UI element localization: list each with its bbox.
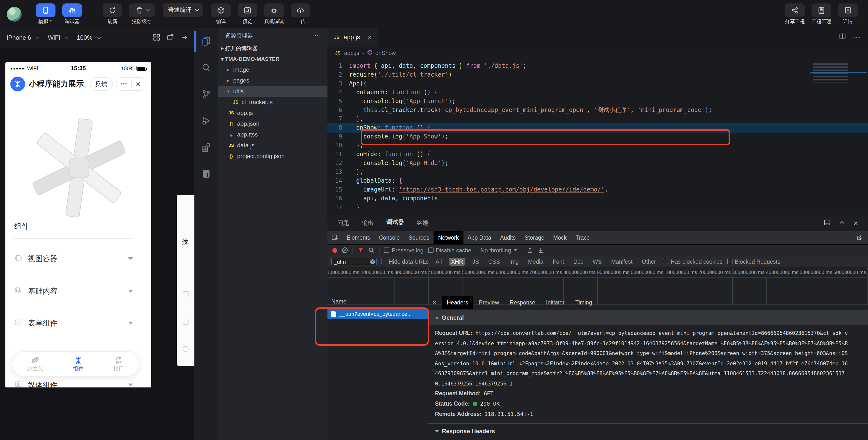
filter-type-css[interactable]: CSS (486, 258, 502, 265)
blocked-requests-checkbox[interactable]: Blocked Requests (727, 259, 780, 264)
general-section-header[interactable]: General (428, 310, 868, 325)
tree-file-project-config[interactable]: {} project.config.json (218, 151, 328, 162)
simulator-toggle-button[interactable]: 模拟器 (36, 3, 56, 25)
devtools-tab-console[interactable]: Console (375, 231, 404, 244)
details-button[interactable]: 详情 (838, 3, 858, 25)
tree-file-cl-tracker[interactable]: JS cl_tracker.js (231, 97, 328, 108)
devtools-tab-appdata[interactable]: App Data (463, 231, 496, 244)
project-root-section[interactable]: ▾TMA-DEMO-MASTER (218, 54, 328, 64)
details-tab-timing[interactable]: Timing (570, 295, 597, 309)
tree-file-data-js[interactable]: JS data.js (218, 140, 328, 151)
filter-type-js[interactable]: JS (470, 258, 482, 265)
devtools-tab-sources[interactable]: Sources (404, 231, 434, 244)
export-har-icon[interactable] (537, 247, 544, 254)
tab-native[interactable]: 原生化 (27, 356, 43, 372)
activity-debug[interactable] (194, 108, 218, 134)
more-close-capsule[interactable]: ••• ✕ (116, 77, 146, 91)
group-view-container[interactable]: 视图容器 (14, 253, 133, 265)
filter-type-other[interactable]: Other (640, 258, 659, 265)
import-har-icon[interactable] (527, 247, 533, 254)
filter-input[interactable] (331, 258, 377, 265)
disable-cache-checkbox[interactable]: Disable cache (428, 247, 471, 253)
device-debug-button[interactable]: 真机调试 (264, 3, 284, 25)
tab-app-js[interactable]: JS app.js ✕ (328, 28, 378, 47)
filter-type-xhr[interactable]: XHR (449, 258, 466, 265)
clear-filter-icon[interactable]: ✕ (370, 259, 375, 264)
response-headers-section-header[interactable]: Response Headers (428, 424, 868, 439)
activity-explorer[interactable] (194, 28, 218, 55)
details-tab-preview[interactable]: Preview (474, 295, 504, 309)
filter-type-doc[interactable]: Doc (571, 258, 586, 265)
code-editor[interactable]: 1import { api, data, components } from '… (328, 59, 868, 214)
open-editors-section[interactable]: ▸打开的编辑器 (218, 43, 328, 54)
panel-close-icon[interactable]: ✕ (853, 220, 858, 227)
panel-tab-debugger[interactable]: 调试器 (386, 218, 404, 228)
group-basic-content[interactable]: 基础内容 (14, 285, 133, 297)
chevron-down-icon[interactable] (36, 35, 40, 39)
tree-file-app-js[interactable]: JS app.js (218, 108, 328, 118)
activity-search[interactable] (194, 55, 218, 81)
tree-folder-utils[interactable]: ▾ utils (218, 86, 328, 97)
debugger-toggle-button[interactable]: 调试器 (62, 3, 82, 25)
group-form-components[interactable]: 表单组件 (14, 317, 133, 329)
filter-type-media[interactable]: Media (526, 258, 546, 265)
panel-layout-icon[interactable] (824, 219, 831, 227)
activity-source-control[interactable] (194, 81, 218, 108)
panel-tab-problems[interactable]: 问题 (337, 219, 349, 227)
refresh-button[interactable]: 刷新 (103, 3, 122, 25)
details-tab-response[interactable]: Response (505, 295, 540, 309)
preserve-log-checkbox[interactable]: Preserve log (384, 247, 424, 253)
details-tab-headers[interactable]: Headers (442, 295, 473, 309)
devtools-tab-storage[interactable]: Storage (520, 231, 549, 244)
more-dots-icon[interactable]: ••• (121, 82, 127, 86)
minimap[interactable] (810, 61, 867, 83)
detach-arrow-icon[interactable] (181, 34, 188, 42)
group-media-components[interactable]: 媒体组件 (14, 379, 133, 387)
tab-api[interactable]: 接口 (114, 356, 124, 372)
devtools-tab-elements[interactable]: Elements (342, 231, 375, 244)
request-row-selected[interactable]: __utm?event=cp_bytedance... (328, 309, 428, 319)
project-manage-button[interactable]: 工程管理 (811, 3, 831, 25)
grid-view-icon[interactable] (153, 34, 160, 42)
tab-component[interactable]: 组件 (73, 356, 84, 372)
panel-tab-output[interactable]: 输出 (362, 219, 374, 227)
devtools-tab-mock[interactable]: Mock (549, 231, 571, 244)
devtools-tab-network[interactable]: Network (434, 231, 463, 244)
activity-plugin[interactable] (194, 160, 218, 187)
tree-folder-pages[interactable]: ▸ pages (218, 75, 328, 86)
device-selector[interactable]: iPhone 6 (7, 34, 31, 41)
chevron-down-icon[interactable] (65, 35, 69, 39)
panel-maximize-icon[interactable] (839, 219, 845, 227)
compile-button[interactable]: 编译 (211, 3, 231, 25)
has-blocked-cookies-checkbox[interactable]: Has blocked cookies (663, 259, 722, 264)
close-icon[interactable]: ✕ (135, 80, 141, 88)
editor-more-actions-icon[interactable]: ⋯ (853, 33, 861, 42)
feedback-button[interactable]: 反馈 (90, 77, 113, 91)
filter-type-all[interactable]: All (433, 258, 444, 265)
tree-file-app-json[interactable]: {} app.json (218, 118, 328, 129)
throttling-dropdown[interactable]: No throttling (480, 247, 518, 253)
filter-type-ws[interactable]: WS (590, 258, 604, 265)
user-avatar[interactable] (7, 7, 22, 21)
devtools-tab-trace[interactable]: Trace (571, 231, 594, 244)
network-selector[interactable]: WiFi (48, 34, 60, 41)
tree-folder-image[interactable]: ▸ image (218, 64, 328, 75)
close-tab-icon[interactable]: ✕ (368, 34, 372, 40)
details-tab-initiator[interactable]: Initiator (541, 295, 569, 309)
scale-window-icon[interactable] (167, 34, 174, 42)
hide-data-urls-checkbox[interactable]: Hide data URLs (381, 259, 429, 264)
devtools-tab-audits[interactable]: Audits (496, 231, 520, 244)
filter-type-manifest[interactable]: Manifest (609, 258, 635, 265)
preview-button[interactable]: 预览 (238, 3, 257, 25)
chevron-down-icon[interactable] (97, 35, 101, 39)
filter-type-img[interactable]: Img (507, 258, 521, 265)
zoom-selector[interactable]: 100% (77, 34, 93, 41)
inspect-element-icon[interactable] (328, 231, 342, 244)
clear-requests-icon[interactable] (342, 247, 348, 254)
tree-file-app-ttss[interactable]: # app.ttss (218, 129, 328, 140)
breadcrumb[interactable]: JS app.js › onShow (328, 47, 868, 59)
devtools-settings-gear-icon[interactable]: ⚙ (850, 231, 868, 244)
record-button[interactable] (332, 248, 337, 253)
split-editor-icon[interactable] (839, 33, 846, 42)
compile-mode-dropdown[interactable]: 普通编译 (163, 3, 203, 17)
